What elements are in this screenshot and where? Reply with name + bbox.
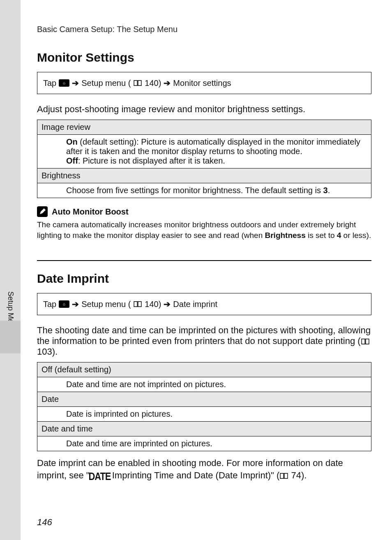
nav-path-monitor-settings: Tap ⌂ ➔ Setup menu ( 140) ➔ Monitor sett… [37, 72, 371, 94]
home-icon: ⌂ [59, 79, 69, 87]
nav-tap-label: Tap [43, 300, 56, 309]
running-head: Basic Camera Setup: The Setup Menu [37, 25, 371, 34]
option-body-date: Date is imprinted on pictures. [37, 407, 371, 422]
text: The shooting date and time can be imprin… [37, 325, 371, 346]
option-head-off: Off (default setting) [37, 362, 371, 377]
options-table-date-imprint: Off (default setting) Date and time are … [37, 362, 371, 451]
text: . [328, 186, 330, 195]
arrow-icon: ➔ [164, 299, 171, 309]
nav-target-label: Date imprint [173, 300, 217, 309]
option-head-brightness: Brightness [37, 168, 371, 183]
arrow-icon: ➔ [72, 78, 79, 88]
option-body-brightness: Choose from five settings for monitor br… [37, 183, 371, 198]
ref-page: 74). [291, 470, 307, 480]
book-icon [133, 301, 142, 307]
text: Imprinting Time and Date (Date Imprint)"… [110, 470, 280, 480]
nav-tap-label: Tap [43, 78, 56, 88]
option-body-date-time: Date and time are imprinted on pictures. [37, 436, 371, 451]
nav-setup-menu-label: Setup menu ( [81, 78, 131, 88]
section2-intro: The shooting date and time can be imprin… [37, 325, 371, 357]
bold-4: 4 [337, 231, 341, 240]
note-title-auto-monitor-boost: Auto Monitor Boost [37, 206, 371, 217]
arrow-icon: ➔ [72, 299, 79, 309]
options-table-monitor: Image review On (default setting): Pictu… [37, 120, 371, 198]
nav-ref-page: 140) [145, 300, 161, 309]
bold-brightness: Brightness [265, 231, 305, 240]
text: is set to [306, 231, 337, 240]
nav-ref-page: 140) [145, 78, 161, 88]
sheet: Setup Menu Basic Camera Setup: The Setup… [0, 0, 392, 540]
nav-setup-menu-label: Setup menu ( [81, 300, 131, 309]
book-icon [361, 338, 370, 345]
bold-off: Off [66, 156, 78, 165]
option-head-date: Date [37, 392, 371, 407]
text: (default setting): Picture is automatica… [66, 137, 360, 156]
section2-footnote: Date imprint can be enabled in shooting … [37, 457, 371, 482]
section-divider [37, 260, 371, 261]
book-icon [133, 80, 142, 86]
side-thumb-index [0, 321, 21, 353]
section-title-date-imprint: Date Imprint [37, 272, 371, 286]
option-body-image-review: On (default setting): Picture is automat… [37, 135, 371, 168]
option-head-date-time: Date and time [37, 422, 371, 436]
pencil-icon [37, 206, 48, 217]
nav-target-label: Monitor settings [173, 78, 231, 88]
book-icon [279, 473, 288, 479]
ref-page: 103). [37, 346, 58, 357]
bold-on: On [66, 137, 78, 146]
text: or less). [341, 231, 371, 240]
text: Choose from five settings for monitor br… [66, 186, 323, 195]
section-title-monitor-settings: Monitor Settings [37, 51, 371, 65]
page-number: 146 [37, 517, 52, 528]
text: : Picture is not displayed after it is t… [78, 156, 225, 165]
bold-3: 3 [323, 186, 328, 195]
section1-intro: Adjust post-shooting image review and mo… [37, 104, 371, 115]
arrow-icon: ➔ [164, 78, 171, 88]
note-body-auto-monitor-boost: The camera automatically increases monit… [37, 219, 371, 240]
note-title-text: Auto Monitor Boost [52, 207, 129, 217]
page-body: Basic Camera Setup: The Setup Menu Monit… [21, 0, 392, 540]
nav-path-date-imprint: Tap ⌂ ➔ Setup menu ( 140) ➔ Date imprint [37, 293, 371, 315]
option-body-off: Date and time are not imprinted on pictu… [37, 377, 371, 392]
date-badge-icon: DATE [88, 469, 111, 484]
option-head-image-review: Image review [37, 120, 371, 135]
home-icon: ⌂ [59, 300, 69, 308]
